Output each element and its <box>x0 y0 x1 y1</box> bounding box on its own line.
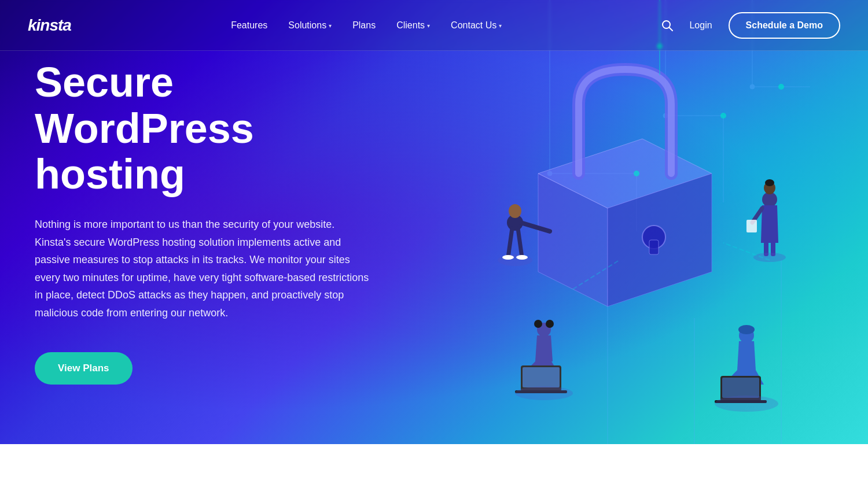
nav-right-actions: Login Schedule a Demo <box>661 12 840 39</box>
svg-line-54 <box>670 28 673 31</box>
schedule-demo-button[interactable]: Schedule a Demo <box>729 12 840 39</box>
svg-point-38 <box>515 386 573 400</box>
nav-plans[interactable]: Plans <box>352 20 376 31</box>
brand-logo[interactable]: kinsta <box>28 16 71 35</box>
svg-point-49 <box>778 84 784 90</box>
svg-point-44 <box>715 396 778 412</box>
search-button[interactable] <box>661 20 673 31</box>
nav-links: Features Solutions ▾ Plans Clien <box>231 20 502 31</box>
svg-rect-36 <box>523 367 560 387</box>
login-button[interactable]: Login <box>689 20 712 31</box>
svg-point-22 <box>498 254 532 266</box>
svg-rect-28 <box>746 220 757 232</box>
hero-title: Secure WordPress hosting <box>35 60 370 197</box>
view-plans-button[interactable]: View Plans <box>35 352 133 385</box>
clients-chevron-icon: ▾ <box>427 23 430 29</box>
nav-features[interactable]: Features <box>231 20 267 31</box>
contact-chevron-icon: ▾ <box>499 23 502 29</box>
search-icon <box>661 20 673 31</box>
svg-point-21 <box>509 204 521 218</box>
svg-point-40 <box>738 325 755 334</box>
svg-point-23 <box>502 255 514 260</box>
svg-point-48 <box>720 113 726 119</box>
nav-divider <box>0 50 868 51</box>
solutions-chevron-icon: ▾ <box>329 23 332 29</box>
svg-point-47 <box>634 171 639 176</box>
svg-point-33 <box>534 320 542 328</box>
nav-solutions[interactable]: Solutions ▾ <box>288 20 332 31</box>
svg-point-34 <box>546 320 554 328</box>
svg-line-46 <box>723 243 770 260</box>
svg-point-27 <box>765 179 774 186</box>
svg-point-14 <box>750 84 755 89</box>
svg-rect-19 <box>649 240 659 254</box>
nav-contact[interactable]: Contact Us ▾ <box>451 20 502 31</box>
svg-point-31 <box>753 253 786 262</box>
hero-description: Nothing is more important to us than the… <box>35 216 370 322</box>
svg-rect-42 <box>722 378 759 398</box>
navbar: kinsta Features Solutions ▾ Plans <box>0 0 868 51</box>
nav-clients[interactable]: Clients ▾ <box>396 20 430 31</box>
svg-point-24 <box>516 255 528 260</box>
